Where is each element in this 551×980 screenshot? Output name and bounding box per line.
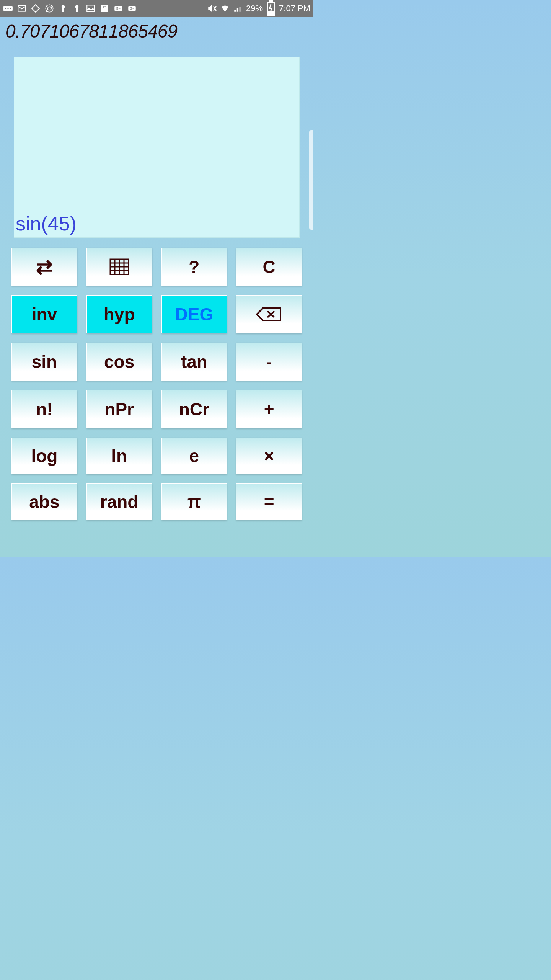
status-right: 29% 7:07 PM	[207, 3, 310, 13]
svg-rect-19	[269, 1, 272, 2]
key-icon	[58, 3, 68, 13]
grid-icon	[109, 258, 130, 276]
factorial-button[interactable]: n!	[11, 390, 77, 428]
ncr-button[interactable]: nCr	[161, 390, 227, 428]
more-icon	[3, 3, 13, 13]
svg-text:G≡: G≡	[116, 7, 121, 10]
svg-point-1	[5, 8, 6, 9]
plus-button[interactable]: +	[236, 390, 302, 428]
chrome-icon	[44, 3, 54, 13]
sin-button[interactable]: sin	[11, 343, 77, 381]
clock-time: 7:07 PM	[279, 3, 310, 13]
clear-button[interactable]: C	[236, 248, 302, 286]
input-expression: sin(45)	[16, 212, 298, 235]
input-area[interactable]: sin(45)	[14, 57, 300, 238]
status-left-icons: IP G≡ G≡	[3, 3, 137, 13]
rand-button[interactable]: rand	[86, 483, 152, 520]
status-bar: IP G≡ G≡ 29% 7:07 PM	[0, 0, 313, 17]
swap-button[interactable]: ⇄	[11, 248, 77, 286]
equals-button[interactable]: =	[236, 483, 302, 520]
multiply-button[interactable]: ×	[236, 438, 302, 474]
swap-icon: ⇄	[36, 262, 53, 272]
signal-icon	[233, 3, 243, 13]
key-icon-2	[72, 3, 82, 13]
app-icon-3: G≡	[127, 3, 137, 13]
diamond-icon	[31, 3, 41, 13]
svg-text:G≡: G≡	[130, 7, 134, 10]
button-grid: ⇄ ? C inv hyp DEG sin cos tan - n! nPr n…	[0, 242, 313, 526]
grid-button[interactable]	[86, 248, 152, 286]
mail-icon	[17, 3, 27, 13]
svg-text:IP: IP	[103, 5, 106, 9]
svg-point-2	[7, 8, 8, 9]
tan-button[interactable]: tan	[161, 343, 227, 381]
svg-rect-10	[76, 8, 78, 12]
mute-icon	[207, 3, 217, 13]
ln-button[interactable]: ln	[86, 438, 152, 474]
app-icon-2: G≡	[113, 3, 123, 13]
backspace-button[interactable]	[236, 295, 302, 333]
svg-point-6	[48, 7, 51, 10]
cos-button[interactable]: cos	[86, 343, 152, 381]
e-button[interactable]: e	[161, 438, 227, 474]
wifi-icon	[220, 3, 230, 13]
battery-percent: 29%	[246, 3, 263, 13]
npr-button[interactable]: nPr	[86, 390, 152, 428]
result-display: 0.7071067811865469	[0, 17, 313, 46]
svg-rect-8	[62, 8, 64, 12]
abs-button[interactable]: abs	[11, 483, 77, 520]
help-button[interactable]: ?	[161, 248, 227, 286]
log-button[interactable]: log	[11, 438, 77, 474]
pi-button[interactable]: π	[161, 483, 227, 520]
image-icon	[86, 3, 96, 13]
svg-point-3	[10, 8, 11, 9]
app-icon-1: IP	[99, 3, 109, 13]
scroll-indicator[interactable]	[309, 130, 313, 230]
minus-button[interactable]: -	[236, 343, 302, 381]
inv-button[interactable]: inv	[11, 295, 77, 333]
deg-button[interactable]: DEG	[161, 295, 227, 333]
battery-icon	[266, 3, 276, 13]
hyp-button[interactable]: hyp	[86, 295, 152, 333]
backspace-icon	[256, 307, 282, 322]
